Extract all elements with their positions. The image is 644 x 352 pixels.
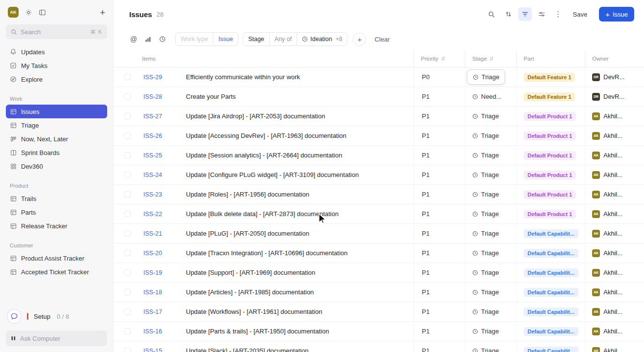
stage-select[interactable]: Triage xyxy=(472,132,499,139)
sort-icon[interactable] xyxy=(502,7,515,21)
column-header-stage[interactable]: Stage xyxy=(465,50,516,67)
sidebar-item-parts[interactable]: Parts xyxy=(6,205,107,219)
issue-priority[interactable]: P1 xyxy=(414,322,465,341)
new-issue-button[interactable]: + Issue xyxy=(599,7,634,22)
stage-select[interactable]: Triage xyxy=(472,249,499,257)
stage-filter-value[interactable]: Ideation +8 xyxy=(297,33,347,45)
issue-owner[interactable]: AKAkhil... xyxy=(585,302,644,321)
search-icon[interactable] xyxy=(485,7,499,21)
issue-title[interactable]: Update [Jira Airdrop] - [ART-2053] docum… xyxy=(186,107,414,126)
part-badge[interactable]: Default Capabilit... xyxy=(524,268,578,277)
column-header-part[interactable]: Part xyxy=(516,50,585,67)
ask-computer-box[interactable] xyxy=(6,330,107,346)
part-badge[interactable]: Default Product 1 xyxy=(524,112,576,121)
issue-id-link[interactable]: ISS-21 xyxy=(143,230,162,237)
issue-title[interactable]: Update [Parts & trails] - [ART-1950] doc… xyxy=(186,322,414,341)
display-settings-icon[interactable] xyxy=(535,7,549,21)
table-row[interactable]: ISS-20Update [Tracxn Integration] - [ART… xyxy=(114,243,644,263)
table-row[interactable]: ISS-19Update [Support] - [ART-1969] docu… xyxy=(114,263,644,283)
part-badge[interactable]: Default Feature 1 xyxy=(524,92,575,101)
issue-priority[interactable]: P1 xyxy=(414,341,465,352)
issue-owner[interactable]: AKAkhil... xyxy=(585,107,644,126)
issue-title[interactable]: Update [Slack] - [ART-2035] documentatio… xyxy=(186,341,414,352)
stage-select[interactable]: Triage xyxy=(472,191,499,198)
history-filter-icon[interactable] xyxy=(159,36,166,43)
issue-id-link[interactable]: ISS-17 xyxy=(143,308,162,315)
stage-filter-operator[interactable]: Any of xyxy=(269,33,297,45)
issue-priority[interactable]: P0 xyxy=(414,67,465,87)
work-type-filter-value[interactable]: Issue xyxy=(213,33,238,45)
issue-priority[interactable]: P1 xyxy=(414,243,465,263)
stage-select[interactable]: Triage xyxy=(472,308,499,315)
issue-id-link[interactable]: ISS-23 xyxy=(143,191,162,198)
table-row[interactable]: ISS-26Update [Accessing DevRev] - [ART-1… xyxy=(114,126,644,146)
issue-title[interactable]: Update [Workflows] - [ART-1961] document… xyxy=(186,302,414,321)
issue-id-link[interactable]: ISS-15 xyxy=(143,348,162,352)
part-badge[interactable]: Default Capabilit... xyxy=(524,347,578,352)
part-badge[interactable]: Default Product 1 xyxy=(524,190,576,199)
issue-title[interactable]: Update [Articles] - [ART-1985] documenta… xyxy=(186,283,414,302)
sidebar-item-accepted-ticket-tracker[interactable]: Accepted Ticket Tracker xyxy=(6,265,107,279)
issue-priority[interactable]: P1 xyxy=(414,87,465,106)
table-row[interactable]: ISS-17Update [Workflows] - [ART-1961] do… xyxy=(114,302,644,322)
row-checkbox[interactable] xyxy=(124,250,131,256)
issue-id-link[interactable]: ISS-16 xyxy=(143,328,162,335)
row-checkbox[interactable] xyxy=(124,191,131,198)
table-row[interactable]: ISS-29Efficiently communicate within you… xyxy=(114,67,644,87)
issue-priority[interactable]: P1 xyxy=(414,185,465,204)
stage-select[interactable]: Triage xyxy=(472,269,499,276)
part-badge[interactable]: Default Capabilit... xyxy=(524,229,578,238)
save-button[interactable]: Save xyxy=(568,11,593,18)
stage-select[interactable]: Triage xyxy=(472,152,499,159)
table-row[interactable]: ISS-28Create your PartsP1Need...Default … xyxy=(114,87,644,107)
sidebar-item-trails[interactable]: Trails xyxy=(6,192,107,205)
sidebar-item-my-tasks[interactable]: My Tasks xyxy=(6,59,107,72)
issue-priority[interactable]: P1 xyxy=(414,263,465,282)
issue-title[interactable]: Efficiently communicate within your work xyxy=(186,67,414,87)
issue-owner[interactable]: AKAkhil... xyxy=(585,341,644,352)
issue-title[interactable]: Update [Roles] - [ART-1956] documentatio… xyxy=(186,185,414,204)
issue-owner[interactable]: AKAkhil... xyxy=(585,224,644,243)
part-badge[interactable]: Default Product 1 xyxy=(524,132,576,140)
row-checkbox[interactable] xyxy=(124,328,131,334)
row-checkbox[interactable] xyxy=(124,113,131,119)
gear-icon[interactable] xyxy=(25,9,32,16)
issue-priority[interactable]: P1 xyxy=(414,126,465,145)
row-checkbox[interactable] xyxy=(124,152,131,158)
issue-title[interactable]: Update [Bulk delete data] - [ART-2873] d… xyxy=(186,204,414,223)
workspace-avatar[interactable]: AK xyxy=(8,7,19,18)
issue-priority[interactable]: P1 xyxy=(414,302,465,321)
part-badge[interactable]: Default Product 1 xyxy=(524,171,576,179)
stage-select[interactable]: Triage xyxy=(472,328,499,335)
issue-id-link[interactable]: ISS-25 xyxy=(143,152,162,159)
table-row[interactable]: ISS-22Update [Bulk delete data] - [ART-2… xyxy=(114,204,644,224)
table-row[interactable]: ISS-18Update [Articles] - [ART-1985] doc… xyxy=(114,283,644,302)
issue-owner[interactable]: AKAkhil... xyxy=(585,126,644,145)
part-badge[interactable]: Default Capabilit... xyxy=(524,288,578,297)
table-row[interactable]: ISS-27Update [Jira Airdrop] - [ART-2053]… xyxy=(114,107,644,126)
issue-title[interactable]: Create your Parts xyxy=(186,87,414,106)
issue-id-link[interactable]: ISS-28 xyxy=(143,93,162,100)
issue-id-link[interactable]: ISS-22 xyxy=(143,211,162,218)
row-checkbox[interactable] xyxy=(124,132,131,139)
issue-owner[interactable]: DRDevR... xyxy=(585,87,644,106)
sidebar-item-triage[interactable]: Triage xyxy=(6,118,107,132)
part-badge[interactable]: Default Capabilit... xyxy=(524,249,578,258)
sidebar-item-release-tracker[interactable]: Release Tracker xyxy=(6,219,107,233)
issue-id-link[interactable]: ISS-20 xyxy=(143,250,162,257)
row-checkbox[interactable] xyxy=(124,211,131,217)
part-badge[interactable]: Default Capabilit... xyxy=(524,327,578,336)
issue-owner[interactable]: AKAkhil... xyxy=(585,204,644,223)
sidebar-item-now-next-later[interactable]: Now, Next, Later xyxy=(6,132,107,146)
issue-priority[interactable]: P1 xyxy=(414,107,465,126)
table-row[interactable]: ISS-16Update [Parts & trails] - [ART-195… xyxy=(114,322,644,341)
new-tab-plus-icon[interactable]: + xyxy=(100,8,105,17)
help-chat-button[interactable] xyxy=(7,309,22,324)
stage-select[interactable]: Triage xyxy=(467,69,505,85)
issue-id-link[interactable]: ISS-18 xyxy=(143,289,162,296)
row-checkbox[interactable] xyxy=(124,74,131,80)
sidebar-item-dev360[interactable]: Dev360 xyxy=(6,159,107,173)
stage-select[interactable]: Triage xyxy=(472,230,499,237)
issue-id-link[interactable]: ISS-29 xyxy=(143,74,162,81)
issue-id-link[interactable]: ISS-24 xyxy=(143,172,162,178)
